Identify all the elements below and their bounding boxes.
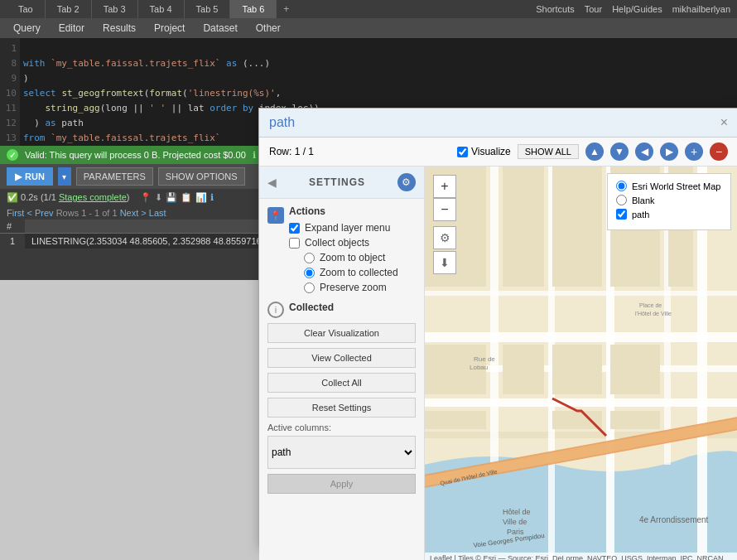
download-icon[interactable]: ⬇ xyxy=(155,192,162,203)
settings-gear-icon[interactable]: ⚙ xyxy=(397,173,416,191)
run-dropdown-button[interactable]: ▾ xyxy=(58,167,71,186)
info-icon[interactable]: ℹ xyxy=(253,150,256,161)
zoom-to-collected-radio[interactable] xyxy=(304,268,315,278)
blank-radio[interactable] xyxy=(616,195,627,205)
apply-button[interactable]: Apply xyxy=(267,474,416,494)
svg-text:l'Hôtel de Ville: l'Hôtel de Ville xyxy=(635,311,672,316)
first-link[interactable]: First xyxy=(7,208,24,218)
collect-all-button[interactable]: Collect All xyxy=(267,373,416,393)
tab-2[interactable]: Tab 3 xyxy=(92,0,138,18)
nav-down-button[interactable]: ▼ xyxy=(610,142,629,161)
results-icons-row: 📍 ⬇ 💾 📋 📊 ℹ xyxy=(140,192,214,203)
run-icon: ▶ xyxy=(15,171,22,182)
pin-icon: 📍 xyxy=(267,207,284,224)
svg-text:Hôtel de: Hôtel de xyxy=(503,508,531,516)
row-info: Row: 1 / 1 xyxy=(269,146,314,157)
svg-text:Place de: Place de xyxy=(639,302,662,308)
menu-project[interactable]: Project xyxy=(146,18,193,38)
zoom-out-nav-button[interactable]: − xyxy=(710,142,728,161)
top-bar: Tao Tab 2 Tab 3 Tab 4 Tab 5 Tab 6 + Shor… xyxy=(0,0,737,18)
svg-rect-19 xyxy=(610,345,660,394)
reset-settings-button[interactable]: Reset Settings xyxy=(267,398,416,418)
nav-right-button[interactable]: ▶ xyxy=(660,142,678,161)
esri-radio[interactable] xyxy=(616,181,627,191)
info-results-icon[interactable]: ℹ xyxy=(210,192,214,203)
table-icon[interactable]: 📋 xyxy=(181,192,192,203)
info-circle-icon[interactable]: i xyxy=(267,302,284,318)
svg-rect-18 xyxy=(552,345,602,394)
settings-collapse-button[interactable]: ◀ xyxy=(267,176,277,189)
tab-4[interactable]: Tab 5 xyxy=(185,0,231,18)
active-columns-select[interactable]: path xyxy=(267,436,416,469)
preserve-zoom-row: Preserve zoom xyxy=(289,282,416,293)
collect-objects-checkbox[interactable] xyxy=(289,238,300,249)
menu-query[interactable]: Query xyxy=(5,18,49,38)
modal-title: path xyxy=(269,115,295,130)
settings-header: ◀ SETTINGS ⚙ xyxy=(259,167,424,199)
map-attribution: Leaflet | Tiles © Esri — Source: Esri, D… xyxy=(425,553,737,560)
menu-other[interactable]: Other xyxy=(248,18,289,38)
svg-rect-1 xyxy=(425,332,737,342)
zoom-in-nav-button[interactable]: + xyxy=(685,142,703,161)
zoom-to-object-row: Zoom to object xyxy=(289,252,416,263)
path-checkbox[interactable] xyxy=(616,209,627,220)
svg-rect-20 xyxy=(425,411,486,429)
map-gear-button[interactable]: ⚙ xyxy=(433,226,456,249)
map-zoom-controls: + − ⚙ ⬇ xyxy=(433,175,456,274)
parameters-button[interactable]: PARAMETERS xyxy=(76,167,153,186)
shortcuts-link[interactable]: Shortcuts xyxy=(536,4,574,14)
tab-1[interactable]: Tab 2 xyxy=(46,0,92,18)
prev-link[interactable]: < Prev xyxy=(26,208,53,218)
menu-results[interactable]: Results xyxy=(94,18,144,38)
zoom-to-object-radio[interactable] xyxy=(304,253,315,263)
svg-text:Rue de: Rue de xyxy=(474,355,495,363)
help-guides-link[interactable]: Help/Guides xyxy=(612,4,662,14)
modal-nav: Row: 1 / 1 Visualize SHOW ALL ▲ ▼ ◀ ▶ + … xyxy=(259,138,737,167)
preserve-zoom-radio[interactable] xyxy=(304,282,315,293)
svg-text:Ville de: Ville de xyxy=(503,518,527,526)
last-link[interactable]: Last xyxy=(149,208,166,218)
nav-up-button[interactable]: ▲ xyxy=(585,142,604,161)
map-zoom-in-button[interactable]: + xyxy=(433,175,456,198)
menu-dataset[interactable]: Dataset xyxy=(195,18,245,38)
tab-0[interactable]: Tao xyxy=(7,0,46,18)
expand-layer-row: Expand layer menu xyxy=(289,222,416,234)
add-tab-button[interactable]: + xyxy=(277,0,296,18)
svg-rect-5 xyxy=(425,291,737,296)
esri-label: Esri World Street Map xyxy=(632,181,720,191)
actions-label: Actions xyxy=(289,205,416,217)
path-legend-label: path xyxy=(632,210,649,220)
modal-close-button[interactable]: × xyxy=(720,115,728,130)
tab-3[interactable]: Tab 4 xyxy=(138,0,185,18)
menu-editor[interactable]: Editor xyxy=(51,18,93,38)
status-icon: ✓ xyxy=(7,149,18,161)
map-download-button[interactable]: ⬇ xyxy=(433,251,456,274)
nav-left-button[interactable]: ◀ xyxy=(635,142,653,161)
expand-layer-checkbox[interactable] xyxy=(289,223,300,234)
tour-link[interactable]: Tour xyxy=(585,4,602,14)
stages-link[interactable]: Stages complete xyxy=(59,192,127,202)
svg-text:4e Arrondissement: 4e Arrondissement xyxy=(639,515,709,524)
visualize-checkbox[interactable] xyxy=(457,147,468,157)
show-all-button[interactable]: SHOW ALL xyxy=(518,144,579,159)
zoom-to-collected-row: Zoom to collected xyxy=(289,267,416,278)
svg-rect-13 xyxy=(552,167,602,287)
tab-5[interactable]: Tab 6 xyxy=(230,0,277,18)
show-options-button[interactable]: SHOW OPTIONS xyxy=(158,167,245,186)
map-legend: Esri World Street Map Blank path xyxy=(607,173,731,230)
next-link[interactable]: Next > xyxy=(120,208,147,218)
view-collected-button[interactable]: View Collected xyxy=(267,348,416,368)
map-zoom-out-button[interactable]: − xyxy=(433,198,456,221)
run-button[interactable]: ▶ RUN xyxy=(7,167,53,186)
top-right-links: Shortcuts Tour Help/Guides mikhailberlya… xyxy=(536,4,730,14)
map-area: Rue de Lobau Place de l'Hôtel de Ville R… xyxy=(425,167,737,560)
settings-title: SETTINGS xyxy=(309,176,365,188)
chart-icon[interactable]: 📊 xyxy=(195,192,207,203)
floppy-icon[interactable]: 💾 xyxy=(166,192,177,203)
location-icon: 📍 xyxy=(140,192,152,203)
svg-rect-17 xyxy=(503,345,544,394)
col-num-header: # xyxy=(0,220,25,234)
legend-item-path: path xyxy=(616,209,722,220)
settings-panel: ◀ SETTINGS ⚙ 📍 Actions Expand layer menu xyxy=(259,167,425,560)
clear-visualization-button[interactable]: Clear Visualization xyxy=(267,323,416,343)
